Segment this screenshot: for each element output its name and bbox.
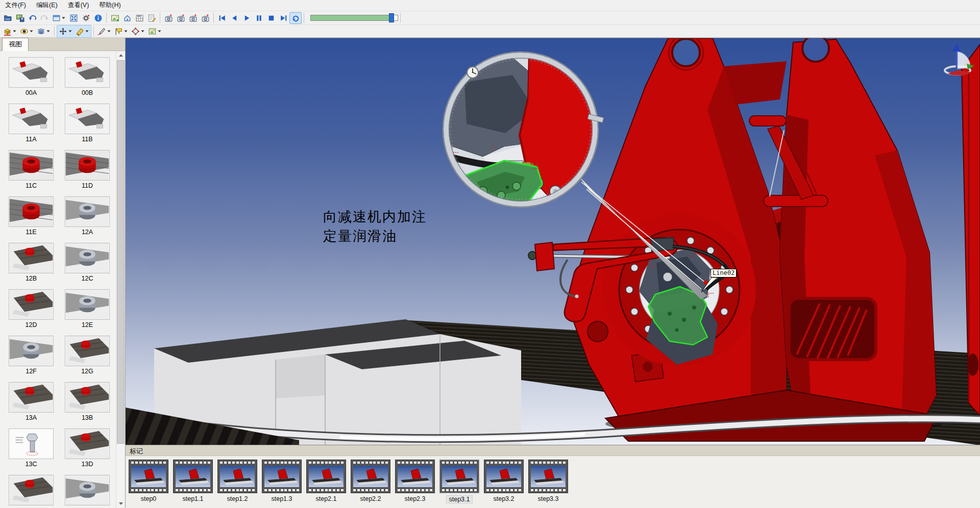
viewport-3d[interactable]: 向减速机内加注 定量润滑油 Line02 bbox=[126, 38, 980, 445]
view-thumbnail-11D[interactable]: 11D bbox=[63, 150, 112, 189]
open-file-button[interactable] bbox=[2, 12, 14, 24]
part-name-label[interactable]: Line02 bbox=[710, 269, 737, 277]
move-part-button[interactable] bbox=[57, 26, 74, 37]
layers-button[interactable] bbox=[35, 26, 52, 37]
snapshot-1-button[interactable] bbox=[162, 12, 175, 24]
settings-button[interactable] bbox=[80, 12, 92, 24]
toolbar-separator bbox=[160, 13, 160, 23]
chevron-down-icon[interactable] bbox=[157, 29, 162, 33]
view-thumbnail-11B[interactable]: 11B bbox=[63, 104, 112, 143]
callout-button[interactable] bbox=[113, 26, 130, 37]
snapshot-2-button[interactable] bbox=[175, 12, 187, 24]
chevron-down-icon[interactable] bbox=[12, 29, 17, 33]
step-thumbnail-step1.2[interactable]: step1.2 bbox=[217, 460, 257, 503]
explode-view-button[interactable] bbox=[2, 26, 18, 37]
step-thumbnail-step0[interactable]: step0 bbox=[129, 460, 168, 503]
step-thumbnail-step2.2[interactable]: step2.2 bbox=[351, 460, 390, 503]
notes-button[interactable] bbox=[145, 12, 158, 24]
chevron-down-icon[interactable] bbox=[107, 29, 111, 33]
visibility-button[interactable] bbox=[18, 26, 35, 37]
view-thumbnail-13C[interactable]: 13C bbox=[7, 428, 56, 468]
step-thumbnail-step1.1[interactable]: step1.1 bbox=[173, 460, 213, 503]
film-frame[interactable] bbox=[306, 460, 346, 493]
export-image-button[interactable] bbox=[109, 12, 121, 24]
stop-button[interactable] bbox=[265, 12, 277, 24]
chevron-down-icon[interactable] bbox=[85, 29, 89, 33]
home-view-button[interactable] bbox=[121, 12, 133, 24]
view-thumbnail[interactable] bbox=[63, 475, 112, 507]
step-thumbnail-step1.3[interactable]: step1.3 bbox=[262, 460, 302, 503]
view-thumbnail-11A[interactable]: 11A bbox=[7, 104, 56, 143]
view-mode-icon bbox=[52, 14, 61, 22]
view-thumbnail-11C[interactable]: 11C bbox=[7, 150, 56, 189]
save-image-button[interactable] bbox=[14, 12, 26, 24]
chevron-down-icon[interactable] bbox=[61, 16, 66, 20]
go-prev-button[interactable] bbox=[228, 12, 240, 24]
film-frame[interactable] bbox=[351, 460, 390, 493]
film-frame[interactable] bbox=[129, 460, 168, 493]
scroll-down-icon[interactable] bbox=[116, 499, 125, 508]
play-button[interactable] bbox=[240, 12, 253, 24]
view-thumbnail-12C[interactable]: 12C bbox=[63, 243, 112, 282]
film-frame[interactable] bbox=[217, 460, 257, 493]
measure-button[interactable] bbox=[130, 26, 146, 37]
step-thumbnail-step3.2[interactable]: step3.2 bbox=[484, 460, 524, 503]
film-frame[interactable] bbox=[395, 460, 435, 493]
chevron-down-icon[interactable] bbox=[124, 29, 128, 33]
menu-file[interactable]: 文件(F) bbox=[0, 0, 31, 11]
view-thumbnail-12A[interactable]: 12A bbox=[63, 196, 112, 236]
step-thumbnail-step3.1[interactable]: step3.1 bbox=[439, 460, 479, 503]
chevron-down-icon[interactable] bbox=[140, 29, 145, 33]
annotate-pen-button[interactable] bbox=[96, 26, 113, 37]
view-thumbnail-12E[interactable]: 12E bbox=[63, 289, 112, 328]
bom-table-button[interactable]: BOM bbox=[133, 12, 145, 24]
sidebar-scrollbar[interactable] bbox=[116, 51, 125, 508]
loop-button[interactable] bbox=[289, 12, 302, 24]
menu-view[interactable]: 查看(V) bbox=[63, 0, 94, 11]
step-thumbnail-step2.1[interactable]: step2.1 bbox=[306, 460, 346, 503]
pause-button[interactable] bbox=[253, 12, 265, 24]
view-thumbnail-13B[interactable]: 13B bbox=[63, 382, 112, 421]
view-thumbnail-label: 11C bbox=[7, 182, 56, 189]
menu-help[interactable]: 帮助(H) bbox=[94, 0, 126, 11]
menu-edit[interactable]: 编辑(E) bbox=[31, 0, 63, 11]
view-thumbnail-13A[interactable]: 13A bbox=[7, 382, 56, 421]
redo-button[interactable] bbox=[38, 12, 51, 24]
step-thumbnail-step2.3[interactable]: step2.3 bbox=[395, 460, 435, 503]
snapshot-3-button[interactable] bbox=[187, 12, 199, 24]
scroll-up-icon[interactable] bbox=[116, 51, 125, 60]
section-view-button[interactable] bbox=[74, 26, 91, 37]
view-thumbnail-00B[interactable]: 00B bbox=[63, 57, 112, 96]
view-thumbnail-11E[interactable]: 11E bbox=[7, 196, 56, 236]
film-frame[interactable] bbox=[439, 460, 479, 493]
tab-views[interactable]: 视图 bbox=[2, 38, 29, 51]
step-thumbnail-step3.3[interactable]: step3.3 bbox=[528, 460, 568, 503]
film-frame[interactable] bbox=[484, 460, 524, 493]
step-label: step2.3 bbox=[403, 495, 427, 502]
view-thumbnail-13D[interactable]: 13D bbox=[63, 428, 112, 468]
undo-button[interactable] bbox=[26, 12, 38, 24]
scrollbar-thumb[interactable] bbox=[117, 60, 125, 444]
view-thumbnail-12F[interactable]: 12F bbox=[7, 336, 56, 375]
snapshot-4-button[interactable] bbox=[199, 12, 211, 24]
view-thumbnail-00A[interactable]: 00A bbox=[7, 57, 56, 96]
clock-icon bbox=[467, 67, 478, 78]
animation-progress[interactable] bbox=[310, 15, 398, 21]
fit-view-button[interactable] bbox=[67, 12, 80, 24]
go-first-button[interactable] bbox=[216, 12, 228, 24]
chevron-down-icon[interactable] bbox=[46, 29, 51, 33]
progress-handle[interactable] bbox=[389, 13, 394, 22]
chevron-down-icon[interactable] bbox=[29, 29, 34, 33]
view-thumbnail-12B[interactable]: 12B bbox=[7, 243, 56, 282]
view-thumbnail-12D[interactable]: 12D bbox=[7, 289, 56, 328]
chevron-down-icon[interactable] bbox=[68, 29, 72, 33]
go-last-button[interactable] bbox=[277, 12, 289, 24]
info-button[interactable] bbox=[92, 12, 104, 24]
view-thumbnail[interactable] bbox=[7, 475, 56, 507]
image-note-button[interactable] bbox=[146, 26, 163, 37]
film-frame[interactable] bbox=[262, 460, 302, 493]
film-frame[interactable] bbox=[528, 460, 568, 493]
view-mode-button[interactable] bbox=[51, 12, 67, 24]
film-frame[interactable] bbox=[173, 460, 213, 493]
view-thumbnail-12G[interactable]: 12G bbox=[63, 336, 112, 375]
